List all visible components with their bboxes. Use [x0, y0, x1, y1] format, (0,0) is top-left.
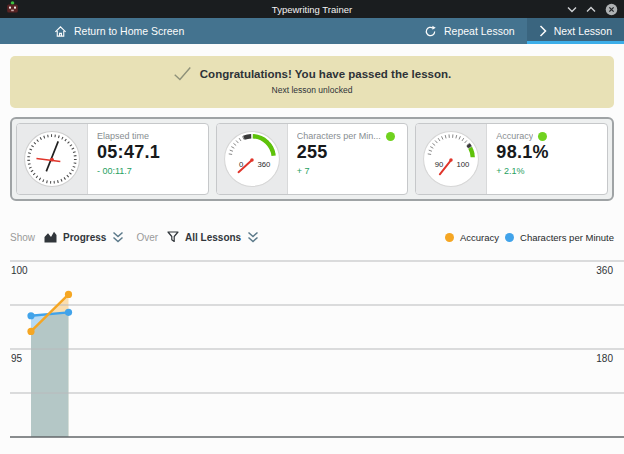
show-label: Show — [10, 232, 35, 243]
success-banner: Congratulations! You have passed the les… — [10, 56, 614, 108]
app-window: Typewriting Trainer — [0, 0, 624, 454]
area-chart-icon — [44, 231, 57, 243]
svg-text:100: 100 — [11, 265, 28, 276]
status-dot — [538, 132, 547, 141]
titlebar[interactable]: Typewriting Trainer — [0, 0, 624, 18]
repeat-lesson-button[interactable]: Repeat Lesson — [412, 18, 527, 44]
legend-dot-accuracy — [445, 233, 454, 242]
repeat-lesson-label: Repeat Lesson — [444, 25, 515, 37]
next-lesson-label: Next Lesson — [554, 25, 612, 37]
banner-subtitle: Next lesson unlocked — [10, 85, 614, 95]
stat-delta: + 7 — [297, 166, 399, 176]
close-button[interactable] — [605, 3, 618, 16]
over-label: Over — [136, 232, 158, 243]
return-home-button[interactable]: Return to Home Screen — [42, 18, 196, 44]
chevron-right-icon — [539, 25, 547, 37]
lesson-range-selector[interactable]: All Lessons — [167, 231, 259, 243]
stat-label: Elapsed time — [97, 131, 149, 141]
next-lesson-button[interactable]: Next Lesson — [527, 18, 624, 44]
stat-value: 05:47.1 — [97, 141, 199, 164]
double-chevron-down-icon — [112, 231, 124, 243]
progress-chart: 10036095180 — [0, 255, 624, 454]
stat-card-characters-per-minute: 0 360 Characters per Min... 255 + 7 — [216, 123, 409, 195]
speedometer-icon: 0 360 — [217, 124, 288, 194]
svg-text:90: 90 — [435, 160, 444, 169]
legend-label-characters-per-minute: Characters per Minute — [520, 232, 614, 243]
stat-card-elapsed-time: Elapsed time 05:47.1 - 00:11.7 — [16, 123, 209, 195]
graph-type-selector[interactable]: Progress — [44, 231, 124, 243]
banner-title: Congratulations! You have passed the les… — [200, 68, 451, 80]
repeat-icon — [424, 25, 437, 38]
svg-text:360: 360 — [596, 265, 613, 276]
svg-text:100: 100 — [457, 160, 470, 169]
double-chevron-down-icon — [247, 231, 259, 243]
lesson-range-value: All Lessons — [185, 232, 241, 243]
home-icon — [54, 25, 67, 38]
status-dot — [386, 132, 395, 141]
stats-panel: Elapsed time 05:47.1 - 00:11.7 0 360 Cha… — [10, 117, 614, 201]
maximize-button[interactable] — [586, 6, 596, 13]
minimize-button[interactable] — [567, 6, 577, 13]
stat-delta: + 2.1% — [496, 166, 598, 176]
stat-value: 98.1% — [496, 141, 598, 164]
chart-legend: Accuracy Characters per Minute — [445, 232, 614, 243]
chart-controls: Show Progress Over All Lessons Accur — [10, 226, 614, 248]
svg-text:180: 180 — [596, 353, 613, 364]
speedometer-icon: 90 100 — [416, 124, 487, 194]
svg-text:95: 95 — [11, 353, 23, 364]
chevron-down-icon — [567, 6, 577, 13]
return-home-label: Return to Home Screen — [74, 25, 184, 37]
svg-text:360: 360 — [257, 160, 270, 169]
stat-label: Accuracy — [496, 131, 533, 141]
graph-type-value: Progress — [63, 232, 106, 243]
chevron-up-icon — [586, 6, 596, 13]
svg-text:0: 0 — [239, 160, 243, 169]
window-title: Typewriting Trainer — [0, 4, 624, 15]
stat-label: Characters per Min... — [297, 131, 381, 141]
stat-delta: - 00:11.7 — [97, 166, 199, 176]
stat-card-accuracy: 90 100 Accuracy 98.1% + 2.1% — [415, 123, 608, 195]
check-icon — [173, 66, 192, 81]
legend-label-accuracy: Accuracy — [460, 232, 499, 243]
toolbar: Return to Home Screen Repeat Lesson Next… — [0, 18, 624, 44]
stat-value: 255 — [297, 141, 399, 164]
filter-icon — [167, 231, 179, 243]
close-icon — [605, 3, 618, 16]
clock-icon — [17, 124, 88, 194]
legend-dot-characters-per-minute — [505, 233, 514, 242]
